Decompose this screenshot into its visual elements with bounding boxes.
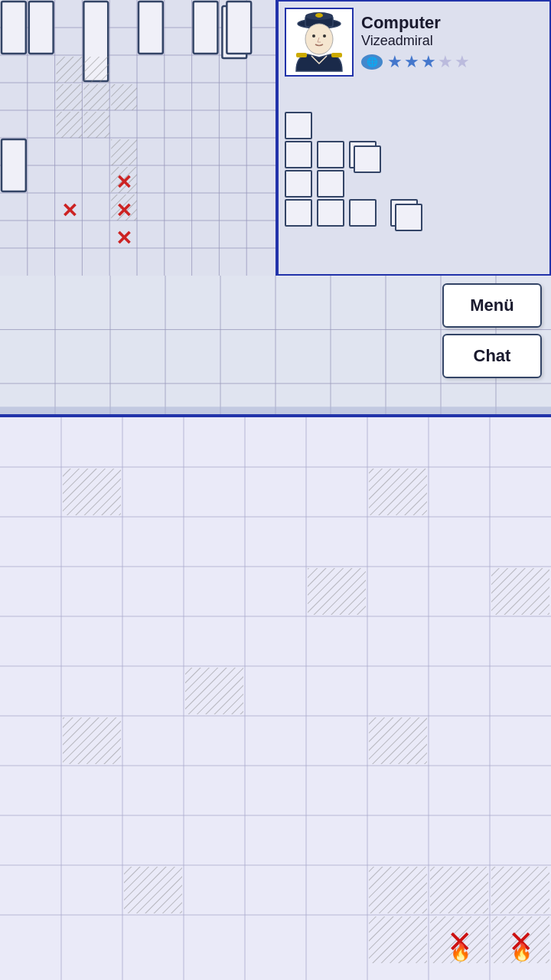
ship-3a [317, 141, 344, 227]
menu-button[interactable]: Menü [442, 283, 542, 328]
svg-text:✕: ✕ [61, 200, 78, 221]
svg-text:🔥: 🔥 [511, 942, 533, 962]
svg-text:✕: ✕ [116, 200, 132, 221]
top-section: ✕ ✕ ✕ ✕ [0, 0, 551, 276]
svg-rect-85 [369, 469, 427, 515]
svg-rect-23 [194, 2, 218, 54]
svg-text:✕: ✕ [116, 227, 132, 249]
svg-rect-92 [369, 867, 427, 913]
computer-name: Computer [361, 13, 470, 33]
svg-rect-86 [308, 568, 366, 615]
ships-display [285, 83, 543, 230]
svg-rect-32 [111, 84, 137, 110]
buttons-container: Menü Chat [442, 283, 542, 378]
middle-section[interactable]: Menü Chat [0, 276, 551, 417]
svg-rect-90 [369, 717, 427, 764]
svg-rect-87 [491, 568, 549, 615]
svg-point-47 [312, 34, 315, 38]
svg-rect-91 [124, 867, 182, 913]
svg-text:✕: ✕ [116, 172, 132, 193]
svg-point-46 [305, 24, 333, 54]
svg-rect-94 [491, 867, 549, 913]
svg-rect-63 [0, 407, 551, 414]
computer-rank: Vizeadmiral [361, 33, 470, 49]
player-board[interactable]: ✕ 🔥 ✕ 🔥 [0, 417, 551, 980]
ship-2a [349, 141, 377, 227]
svg-rect-29 [83, 57, 109, 83]
svg-rect-95 [369, 916, 427, 963]
svg-rect-88 [185, 668, 243, 714]
svg-rect-84 [63, 469, 121, 515]
svg-rect-22 [139, 2, 163, 54]
ship-4 [285, 112, 312, 227]
svg-rect-34 [83, 112, 109, 138]
svg-text:🔥: 🔥 [450, 942, 471, 962]
svg-rect-30 [57, 84, 83, 110]
star-1: ★ [387, 52, 403, 72]
svg-point-45 [315, 13, 323, 18]
star-5: ★ [455, 52, 470, 72]
svg-rect-50 [331, 53, 342, 57]
svg-point-48 [323, 34, 326, 38]
svg-rect-93 [430, 867, 488, 913]
ship-1 [390, 199, 418, 227]
svg-rect-49 [296, 53, 307, 57]
svg-rect-89 [63, 717, 121, 764]
opponent-board[interactable]: ✕ ✕ ✕ ✕ [0, 0, 277, 276]
svg-rect-31 [83, 84, 109, 110]
svg-rect-25 [227, 2, 251, 54]
computer-panel: Computer Vizeadmiral 🌐 ★ ★ ★ ★ ★ [277, 0, 551, 276]
rank-stars: 🌐 ★ ★ ★ ★ ★ [361, 52, 470, 72]
computer-info: Computer Vizeadmiral 🌐 ★ ★ ★ ★ ★ [361, 13, 470, 72]
star-3: ★ [421, 52, 436, 72]
svg-rect-19 [2, 2, 26, 54]
svg-rect-26 [2, 139, 26, 191]
svg-rect-28 [57, 57, 83, 83]
star-4: ★ [438, 52, 453, 72]
svg-rect-20 [29, 2, 54, 54]
computer-avatar [285, 8, 354, 77]
svg-rect-35 [111, 139, 137, 165]
chat-button[interactable]: Chat [442, 334, 542, 378]
star-2: ★ [404, 52, 419, 72]
svg-rect-33 [57, 112, 83, 138]
